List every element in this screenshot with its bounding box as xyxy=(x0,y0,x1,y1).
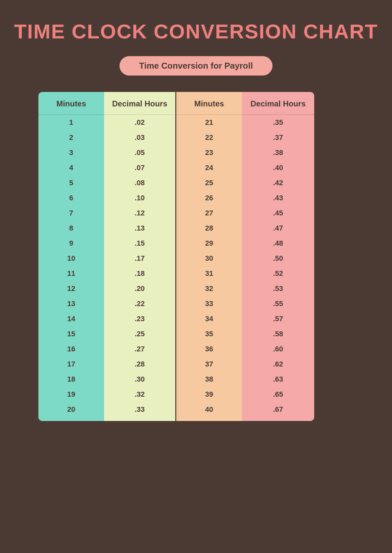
table-row: 4 xyxy=(64,160,78,175)
table-row: 30 xyxy=(202,251,216,266)
table-row: .45 xyxy=(270,206,287,221)
table-row: 33 xyxy=(202,296,216,311)
table-row: 38 xyxy=(202,372,216,387)
table-row: 15 xyxy=(64,326,78,342)
table-row: .27 xyxy=(131,342,148,357)
table-row: 16 xyxy=(64,342,78,357)
table-row: .10 xyxy=(131,190,148,206)
table-row: .38 xyxy=(270,145,287,160)
table-row: 22 xyxy=(202,130,216,145)
table-row: 5 xyxy=(64,175,78,190)
table-row: 29 xyxy=(202,236,216,251)
table-row: .23 xyxy=(131,311,148,326)
table-row: .50 xyxy=(270,251,287,266)
table-row: .02 xyxy=(131,115,148,130)
table-row: 9 xyxy=(64,236,78,251)
table-row: 3 xyxy=(64,145,78,160)
table-row: 24 xyxy=(202,160,216,175)
table-row: 18 xyxy=(64,372,78,387)
table-row: .48 xyxy=(270,236,287,251)
table-row: 6 xyxy=(64,190,78,206)
col1-header: Minutes xyxy=(38,92,104,115)
table-row: .40 xyxy=(270,160,287,175)
table-row: 40 xyxy=(202,402,216,421)
table-row: .03 xyxy=(131,130,148,145)
table-row: 20 xyxy=(64,402,78,421)
table-row: 10 xyxy=(64,251,78,266)
table-row: .43 xyxy=(270,190,287,206)
col-decimal-left: Decimal Hours .02.03.05.07.08.10.12.13.1… xyxy=(104,92,176,421)
table-row: .08 xyxy=(131,175,148,190)
page-title: TIME CLOCK CONVERSION CHART xyxy=(14,20,378,43)
table-row: .20 xyxy=(131,281,148,296)
table-row: .32 xyxy=(131,387,148,402)
table-row: 26 xyxy=(202,190,216,206)
table-row: 23 xyxy=(202,145,216,160)
subtitle-pill: Time Conversion for Payroll xyxy=(120,56,272,76)
table-row: .52 xyxy=(270,266,287,281)
table-row: .67 xyxy=(270,402,287,421)
table-row: .55 xyxy=(270,296,287,311)
col4-header: Decimal Hours xyxy=(242,92,314,115)
table-row: 21 xyxy=(202,115,216,130)
table-row: 35 xyxy=(202,326,216,342)
table-row: .60 xyxy=(270,342,287,357)
table-row: .63 xyxy=(270,372,287,387)
table-row: 27 xyxy=(202,206,216,221)
table-row: 17 xyxy=(64,357,78,372)
table-row: 31 xyxy=(202,266,216,281)
table-row: .15 xyxy=(131,236,148,251)
table-row: .30 xyxy=(131,372,148,387)
table-row: 37 xyxy=(202,357,216,372)
table-row: .25 xyxy=(131,326,148,342)
table-row: .22 xyxy=(131,296,148,311)
table-row: .65 xyxy=(270,387,287,402)
table-row: .37 xyxy=(270,130,287,145)
table-row: .35 xyxy=(270,115,287,130)
table-row: .53 xyxy=(270,281,287,296)
table-row: .33 xyxy=(131,402,148,421)
col3-header: Minutes xyxy=(176,92,242,115)
table-row: .05 xyxy=(131,145,148,160)
col-minutes-right: Minutes 21222324252627282930313233343536… xyxy=(176,92,242,421)
table-row: 39 xyxy=(202,387,216,402)
table-row: 11 xyxy=(64,266,78,281)
table-row: 1 xyxy=(64,115,78,130)
table-row: 36 xyxy=(202,342,216,357)
table-row: 25 xyxy=(202,175,216,190)
table-row: 32 xyxy=(202,281,216,296)
subtitle-text: Time Conversion for Payroll xyxy=(139,61,253,71)
table-row: .58 xyxy=(270,326,287,342)
col-minutes-left: Minutes 1234567891011121314151617181920 xyxy=(38,92,104,421)
col2-header: Decimal Hours xyxy=(104,92,175,115)
table-row: 8 xyxy=(64,221,78,236)
table-row: 28 xyxy=(202,221,216,236)
conversion-table: Minutes 1234567891011121314151617181920 … xyxy=(38,92,354,421)
table-row: 2 xyxy=(64,130,78,145)
table-row: 7 xyxy=(64,206,78,221)
col-decimal-right: Decimal Hours .35.37.38.40.42.43.45.47.4… xyxy=(242,92,314,421)
table-row: .57 xyxy=(270,311,287,326)
table-row: .12 xyxy=(131,206,148,221)
table-row: .17 xyxy=(131,251,148,266)
table-row: .18 xyxy=(131,266,148,281)
table-row: .62 xyxy=(270,357,287,372)
table-row: 34 xyxy=(202,311,216,326)
table-row: .28 xyxy=(131,357,148,372)
table-row: 12 xyxy=(64,281,78,296)
table-row: 14 xyxy=(64,311,78,326)
table-row: .13 xyxy=(131,221,148,236)
table-row: .42 xyxy=(270,175,287,190)
table-row: 19 xyxy=(64,387,78,402)
table-row: .47 xyxy=(270,221,287,236)
table-row: .07 xyxy=(131,160,148,175)
table-row: 13 xyxy=(64,296,78,311)
